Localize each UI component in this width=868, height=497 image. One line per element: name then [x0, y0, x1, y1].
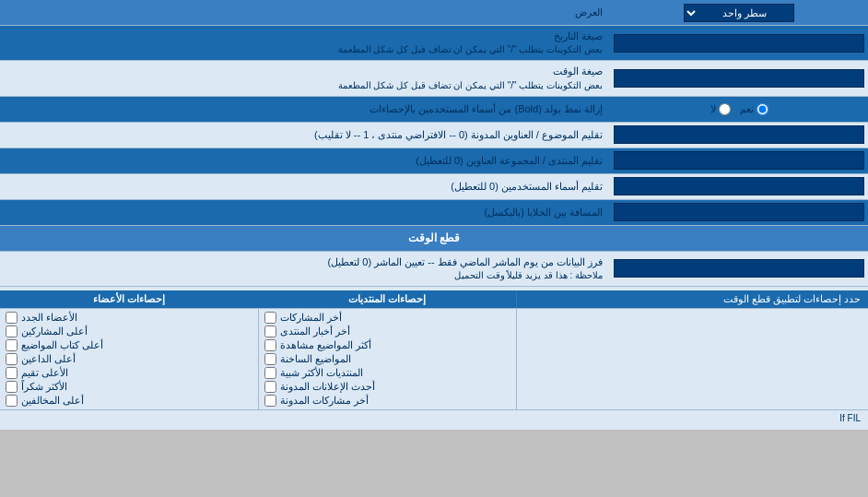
time-format-label: صيغة الوقت بعض التكوينات يتطلب "/" التي …	[0, 61, 610, 95]
time-format-row: H:i صيغة الوقت بعض التكوينات يتطلب "/" ا…	[0, 61, 868, 96]
checkboxes-section: حدد إحصاءات لتطبيق قطع الوقت إحصاءات الم…	[0, 287, 868, 430]
checkbox-item: المنتديات الأكثر شبية	[264, 366, 510, 380]
checkbox-most-active-forums[interactable]	[264, 367, 276, 379]
topic-titles-input[interactable]: 33	[614, 125, 864, 144]
checkbox-item: أعلى كتاب المواضيع	[6, 338, 252, 352]
forum-usernames-input-cell[interactable]: 33	[610, 149, 868, 172]
forums-stats-col: أخر المشاركات أخر أخبار المنتدى أكثر الم…	[258, 309, 516, 409]
checkbox-hot-topics[interactable]	[264, 353, 276, 365]
bold-no-radio[interactable]	[719, 103, 731, 115]
date-format-input[interactable]: d-m	[614, 34, 864, 53]
topic-titles-row: 33 تقليم الموضوع / العناوين المدونة (0 -…	[0, 123, 868, 148]
checkbox-most-viewed[interactable]	[264, 339, 276, 351]
checkboxes-limit-label: حدد إحصاءات لتطبيق قطع الوقت	[516, 290, 868, 308]
checkbox-item: الأعضاء الجدد	[6, 311, 252, 325]
cutoff-days-row: 0 فرز البيانات من يوم الماشر الماضي فقط …	[0, 252, 868, 287]
date-format-input-cell[interactable]: d-m	[610, 32, 868, 54]
checkboxes-limit-row: حدد إحصاءات لتطبيق قطع الوقت إحصاءات الم…	[0, 290, 868, 309]
usernames-trim-row: 0 تقليم أسماء المستخدمين (0 للتعطيل)	[0, 174, 868, 200]
checkbox-item: أخر أخبار المنتدى	[264, 325, 510, 338]
bold-yes-label[interactable]: نعم	[740, 103, 768, 115]
header-label: العرض	[0, 2, 610, 23]
col1-header: إحصاءات الأعضاء	[0, 290, 258, 308]
checkbox-item: أحدث الإعلانات المدونة	[264, 380, 510, 394]
checkbox-last-posts[interactable]	[264, 312, 276, 324]
topic-titles-label: تقليم الموضوع / العناوين المدونة (0 -- ا…	[0, 124, 610, 146]
bold-remove-row: نعم لا إزالة نمط بولد (Bold) من أسماء ال…	[0, 97, 868, 123]
checkbox-top-rated[interactable]	[6, 367, 18, 379]
usernames-trim-input-cell[interactable]: 0	[610, 175, 868, 197]
cell-spacing-label: المسافة بين الخلايا (بالبكسل)	[0, 202, 610, 223]
footer-note: If FIL	[0, 409, 868, 426]
col2-header: إحصاءات المنتديات	[258, 290, 516, 308]
time-format-input[interactable]: H:i	[614, 69, 864, 88]
cutoff-days-input-cell[interactable]: 0	[610, 257, 868, 279]
time-format-input-cell[interactable]: H:i	[610, 67, 868, 89]
checkbox-item: أخر المشاركات	[264, 311, 510, 325]
cell-spacing-input-cell[interactable]: 2	[610, 201, 868, 223]
display-select-cell[interactable]: سطر واحد سطرين ثلاثة أسطر	[610, 2, 868, 24]
bold-remove-label: إزالة نمط بولد (Bold) من أسماء المستخدمي…	[0, 99, 610, 120]
checkbox-item: الأكثر شكراً	[6, 380, 252, 394]
main-container: سطر واحد سطرين ثلاثة أسطر العرض d-m صيغة…	[0, 0, 868, 430]
cutoff-section-header: قطع الوقت	[0, 226, 868, 252]
checkbox-last-news[interactable]	[264, 325, 276, 337]
forum-usernames-input[interactable]: 33	[614, 151, 864, 170]
checkbox-top-violators[interactable]	[6, 395, 18, 407]
checkbox-top-topic-writers[interactable]	[6, 339, 18, 351]
cutoff-days-label: فرز البيانات من يوم الماشر الماضي فقط --…	[0, 252, 610, 286]
header-row: سطر واحد سطرين ثلاثة أسطر العرض	[0, 0, 868, 26]
members-stats-col: الأعضاء الجدد أعلى المشاركين أعلى كتاب ا…	[0, 309, 258, 409]
date-format-row: d-m صيغة التاريخ بعض التكوينات يتطلب "/"…	[0, 26, 868, 61]
forum-usernames-row: 33 تقليم المنتدى / المجموعة العناوين (0 …	[0, 148, 868, 174]
cell-spacing-row: 2 المسافة بين الخلايا (بالبكسل)	[0, 200, 868, 226]
checkbox-top-inviters[interactable]	[6, 353, 18, 365]
limit-empty-col	[516, 309, 868, 409]
usernames-trim-label: تقليم أسماء المستخدمين (0 للتعطيل)	[0, 176, 610, 197]
topic-titles-input-cell[interactable]: 33	[610, 124, 868, 146]
checkboxes-body: أخر المشاركات أخر أخبار المنتدى أكثر الم…	[0, 309, 868, 409]
bold-yes-radio[interactable]	[757, 103, 768, 115]
checkbox-item: أعلى الداعين	[6, 352, 252, 366]
checkbox-item: أكثر المواضيع مشاهدة	[264, 338, 510, 352]
usernames-trim-input[interactable]: 0	[614, 177, 864, 195]
cell-spacing-input[interactable]: 2	[614, 203, 864, 221]
checkbox-item: أخر مشاركات المدونة	[264, 394, 510, 408]
checkbox-most-thanked[interactable]	[6, 381, 18, 393]
checkbox-latest-announcements[interactable]	[264, 381, 276, 393]
bold-no-label[interactable]: لا	[710, 103, 731, 115]
checkbox-new-members[interactable]	[6, 312, 18, 324]
checkbox-item: المواضيع الساخنة	[264, 352, 510, 366]
forum-usernames-label: تقليم المنتدى / المجموعة العناوين (0 للت…	[0, 150, 610, 172]
date-format-label: صيغة التاريخ بعض التكوينات يتطلب "/" الت…	[0, 26, 610, 60]
checkbox-item: الأعلى تقيم	[6, 366, 252, 380]
checkbox-last-blog-posts[interactable]	[264, 395, 276, 407]
bold-radio-group: نعم لا	[710, 103, 768, 115]
cutoff-days-input[interactable]: 0	[614, 259, 864, 278]
display-select[interactable]: سطر واحد سطرين ثلاثة أسطر	[684, 4, 794, 22]
checkbox-top-posters[interactable]	[6, 325, 18, 337]
checkbox-item: أعلى المخالفين	[6, 394, 252, 408]
checkbox-item: أعلى المشاركين	[6, 325, 252, 338]
bold-radio-cell: نعم لا	[610, 101, 868, 117]
